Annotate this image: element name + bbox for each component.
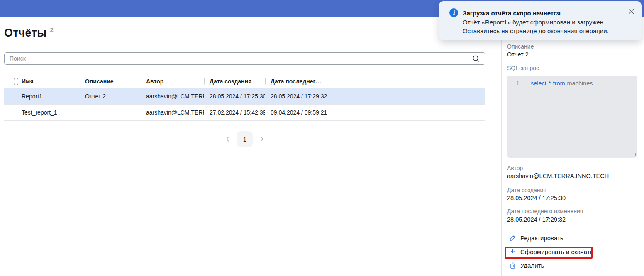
cell-created: 27.02.2024 / 15:42:39 [204,109,265,116]
page-header: Отчёты 2 [4,27,54,39]
sql-query-label: SQL-запрос [507,65,539,71]
sql-operator-star: * [549,80,551,87]
table-header-row: Имя Описание Автор Дата создания Дата по… [4,75,485,88]
details-panel: Описание Отчет 2 SQL-запрос 1 select*fro… [507,0,638,276]
reports-count-badge: 2 [50,26,53,33]
description-label: Описание [507,43,534,50]
toast-message-line1: Отчёт «Report1» будет сформирован и загр… [463,19,605,26]
search-box[interactable] [4,52,485,65]
line-number: 1 [516,80,520,87]
select-all-cell [4,75,18,88]
sql-keyword-select: select [531,80,546,87]
toast-title: Загрузка отчёта скоро начнется [463,10,561,17]
column-header-spacer [327,75,485,88]
reports-table: Имя Описание Автор Дата создания Дата по… [4,75,485,121]
details-panel-divider [501,17,502,276]
resize-handle-icon[interactable] [633,153,636,156]
close-icon[interactable] [628,8,634,15]
delete-button[interactable]: Удалить [509,262,544,269]
pencil-icon [509,234,516,242]
cell-name: Test_report_1 [18,109,80,116]
cell-author: aarshavin@LCM.TERRA.INNO.TECH [141,109,204,116]
author-label: Автор [507,165,523,171]
sql-identifier-machines: machines [567,80,593,87]
table-row-test-report-1[interactable]: Test_report_1 aarshavin@LCM.TERRA.INNO.T… [4,105,485,121]
toast-message-line2: Оставайтесь на странице до окончания опе… [463,27,609,34]
delete-button-label: Удалить [520,262,544,269]
info-icon: i [449,8,458,17]
created-date-value: 28.05.2024 / 17:25:30 [507,195,566,201]
created-date-label: Дата создания [507,187,546,193]
prev-page-icon[interactable] [225,136,231,142]
page-number-button[interactable]: 1 [237,131,253,147]
sql-keyword-from: from [553,80,565,87]
column-header-author[interactable]: Автор [141,75,204,88]
cell-description: Отчет 2 [80,93,141,100]
column-header-description[interactable]: Описание [80,75,141,88]
cell-name: Report1 [18,93,80,100]
next-page-icon[interactable] [259,136,265,142]
cell-modified: 28.05.2024 / 17:29:32 [265,93,327,100]
edit-button[interactable]: Редактировать [509,234,564,242]
download-icon [509,248,516,255]
page-title: Отчёты [4,27,46,39]
generate-and-download-button[interactable]: Сформировать и скачать [509,248,593,255]
search-input[interactable] [5,53,472,64]
description-value: Отчет 2 [507,51,529,58]
table-row-report1[interactable]: Report1 Отчет 2 aarshavin@LCM.TERRA.INNO… [4,88,485,105]
column-header-name[interactable]: Имя [18,75,80,88]
generate-and-download-label: Сформировать и скачать [520,248,593,255]
sql-code-editor[interactable]: 1 select*frommachines [507,76,637,158]
cell-modified: 09.04.2024 / 09:59:21 [265,109,327,116]
column-header-modified[interactable]: Дата последнег… [265,75,327,88]
cell-created: 28.05.2024 / 17:25:30 [204,93,265,100]
modified-date-value: 28.05.2024 / 17:29:32 [507,216,566,223]
cell-author: aarshavin@LCM.TERRA.INNO.TECH [141,93,204,100]
pagination: 1 [4,131,485,147]
toast-notification: i Загрузка отчёта скоро начнется Отчёт «… [439,1,642,40]
gutter-divider [526,78,526,89]
search-icon[interactable] [472,55,480,63]
trash-icon [509,262,516,269]
select-all-checkbox[interactable] [14,78,18,85]
column-header-created[interactable]: Дата создания [204,75,265,88]
sql-query-text: select*frommachines [531,80,595,87]
edit-button-label: Редактировать [520,234,564,242]
modified-date-label: Дата последнего изменения [507,208,583,215]
author-value: aarshavin@LCM.TERRA.INNO.TECH [507,173,609,179]
